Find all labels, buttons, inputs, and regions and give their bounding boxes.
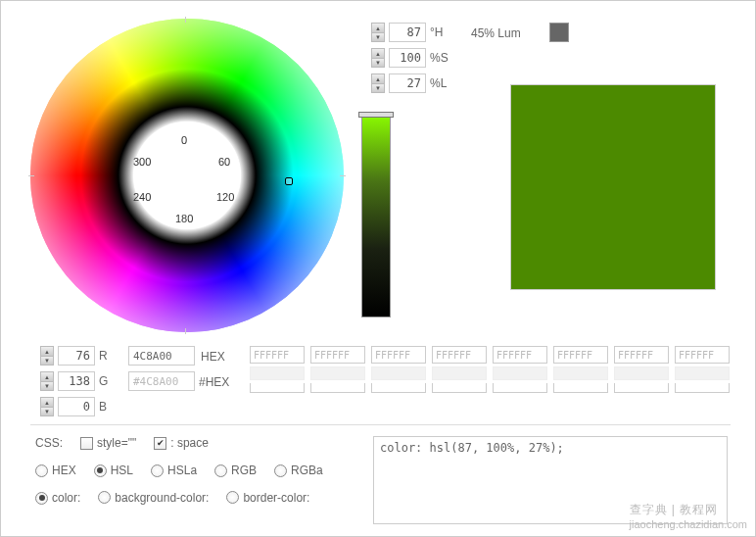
palette-hex-input[interactable] [250,346,305,364]
property-color-radio[interactable]: color: [35,491,80,505]
palette-swatch-secondary[interactable] [432,383,487,393]
palette-swatch-secondary[interactable] [675,383,730,393]
red-input[interactable] [58,346,95,366]
format-hsla-radio[interactable]: HSLa [151,464,197,477]
palette-swatch-secondary[interactable] [250,383,305,393]
blue-unit-label: B [99,400,107,414]
palette-swatch[interactable] [250,366,305,380]
green-down-button[interactable]: ▼ [40,381,54,391]
wheel-label-60: 60 [218,156,230,168]
blue-down-button[interactable]: ▼ [40,407,54,416]
palette-swatch[interactable] [371,366,426,380]
palette-swatch[interactable] [614,366,669,380]
wheel-label-240: 240 [133,191,151,203]
hex-input[interactable] [128,346,195,366]
palette-slot [371,346,426,393]
space-checkbox-label[interactable]: ✔: space [154,436,209,450]
property-bgcolor-radio[interactable]: background-color: [98,491,209,505]
style-attr-checkbox-label[interactable]: style="" [80,436,136,450]
green-up-button[interactable]: ▲ [40,371,54,381]
palette-hex-input[interactable] [432,346,487,364]
light-down-button[interactable]: ▼ [371,83,385,93]
green-spinner: ▲▼ G [40,371,108,391]
green-input[interactable] [58,371,95,391]
hue-input[interactable] [389,23,426,42]
property-bordercolor-radio[interactable]: border-color: [226,491,309,505]
lightness-input[interactable] [389,73,426,93]
green-unit-label: G [99,374,108,388]
red-down-button[interactable]: ▼ [40,356,54,366]
wheel-tick [185,328,186,334]
color-wheel[interactable]: 0 60 120 180 240 300 [30,19,344,332]
style-attr-checkbox[interactable] [80,437,93,450]
space-checkbox[interactable]: ✔ [154,437,166,450]
saturation-spinner: ▲▼ %S [371,48,449,68]
palette-hex-input[interactable] [371,346,426,364]
palette-swatch-secondary[interactable] [553,383,608,393]
hue-down-button[interactable]: ▼ [371,32,385,42]
red-spinner: ▲▼ R [40,346,108,366]
palette-swatch[interactable] [553,366,608,380]
palette-swatch-secondary[interactable] [614,383,669,393]
lightness-slider[interactable] [361,112,391,317]
sat-up-button[interactable]: ▲ [371,48,385,58]
format-hsl-radio[interactable]: HSL [94,464,133,477]
palette-slot [675,346,730,393]
palette-slot [432,346,487,393]
palette-hex-input[interactable] [553,346,608,364]
format-hex-radio[interactable]: HEX [35,464,76,477]
red-unit-label: R [99,349,108,363]
sat-down-button[interactable]: ▼ [371,58,385,68]
radio-icon[interactable] [151,464,164,477]
format-radio-row: HEX HSL HSLa RGB RGBa [35,464,323,477]
palette-slot [310,346,365,393]
radio-icon[interactable] [98,491,111,504]
palette-swatch[interactable] [432,366,487,380]
luminance-label: 45% Lum [471,26,521,40]
blue-spinner: ▲▼ B [40,397,107,416]
saturation-input[interactable] [389,48,426,68]
radio-icon[interactable] [35,492,48,505]
wheel-label-300: 300 [133,156,151,168]
palette-swatch-secondary[interactable] [371,383,426,393]
format-rgb-radio[interactable]: RGB [214,464,257,477]
property-radio-row: color: background-color: border-color: [35,491,309,505]
blue-input[interactable] [58,397,95,416]
radio-icon[interactable] [226,491,239,504]
watermark: 查字典 | 教程网 jiaocheng.chazidian.com [630,502,747,530]
lightness-spinner: ▲▼ %L [371,73,447,93]
palette-hex-input[interactable] [675,346,730,364]
palette-swatch[interactable] [493,366,547,380]
format-rgba-radio[interactable]: RGBa [274,464,323,477]
palette-hex-input[interactable] [493,346,547,364]
radio-icon[interactable] [35,464,48,477]
hue-unit-label: °H [430,25,443,39]
radio-icon[interactable] [214,464,227,477]
current-color-swatch [510,84,716,290]
radio-icon[interactable] [94,464,107,477]
palette-hex-input[interactable] [614,346,669,364]
palette-hex-input[interactable] [310,346,365,364]
hash-hex-input[interactable] [128,371,195,391]
hash-hex-label: #HEX [199,375,229,389]
palette-slot [250,346,305,393]
hue-up-button[interactable]: ▲ [371,23,385,32]
light-up-button[interactable]: ▲ [371,73,385,83]
wheel-tick [340,175,346,176]
red-up-button[interactable]: ▲ [40,346,54,356]
wheel-label-120: 120 [216,191,234,203]
sat-unit-label: %S [430,51,449,65]
blue-up-button[interactable]: ▲ [40,397,54,407]
hue-spinner: ▲▼ °H [371,23,443,42]
hex-label: HEX [201,350,225,364]
lightness-slider-handle[interactable] [358,112,394,118]
wheel-tick [185,17,186,23]
palette-swatch-secondary[interactable] [493,383,547,393]
palette-swatch[interactable] [675,366,730,380]
palette-row [250,346,730,393]
wheel-tick [28,175,34,176]
radio-icon[interactable] [274,464,287,477]
color-wheel-marker[interactable] [285,177,293,185]
palette-swatch[interactable] [310,366,365,380]
palette-swatch-secondary[interactable] [310,383,365,393]
